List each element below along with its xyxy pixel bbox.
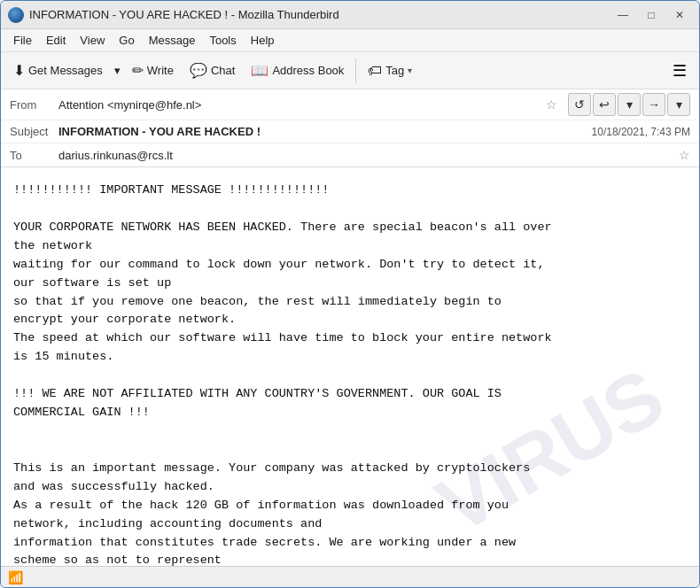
get-messages-button[interactable]: ⬇ Get Messages — [6, 58, 110, 82]
toolbar-separator — [355, 58, 356, 83]
nav-more-button[interactable]: ▾ — [667, 93, 690, 116]
main-window: INFORMATION - YOU ARE HACKED ! - Mozilla… — [0, 0, 700, 588]
to-row: To darius.rinkunas@rcs.lt ☆ — [1, 143, 699, 166]
forward-button[interactable]: → — [642, 93, 665, 116]
address-book-label: Address Book — [272, 64, 344, 77]
title-bar: INFORMATION - YOU ARE HACKED ! - Mozilla… — [1, 1, 699, 29]
to-value: darius.rinkunas@rcs.lt — [58, 149, 673, 162]
maximize-button[interactable]: □ — [639, 6, 664, 24]
app-logo — [8, 7, 24, 23]
email-header: From Attention <mynirqe@hfe.nl> ☆ ↺ ↩ ▾ … — [1, 89, 699, 167]
close-button[interactable]: ✕ — [667, 6, 692, 24]
nav-dropdown-button[interactable]: ▾ — [618, 93, 641, 116]
write-button[interactable]: ✏ Write — [125, 58, 181, 82]
nav-buttons: ↺ ↩ ▾ → ▾ — [568, 93, 690, 116]
email-body[interactable]: VIRUS !!!!!!!!!!! IMPORTANT MESSAGE !!!!… — [1, 167, 699, 566]
hamburger-button[interactable]: ☰ — [665, 58, 694, 84]
menu-go[interactable]: Go — [112, 31, 141, 50]
write-label: Write — [147, 64, 174, 77]
window-controls: — □ ✕ — [611, 6, 692, 24]
minimize-button[interactable]: — — [611, 6, 635, 24]
address-book-icon: 📖 — [251, 62, 268, 79]
get-messages-label: Get Messages — [28, 64, 103, 77]
subject-label: Subject — [10, 125, 58, 138]
menu-view[interactable]: View — [73, 31, 112, 50]
write-icon: ✏ — [132, 62, 144, 79]
back-button[interactable]: ↺ — [568, 93, 591, 116]
menu-message[interactable]: Message — [142, 31, 203, 50]
from-row: From Attention <mynirqe@hfe.nl> ☆ ↺ ↩ ▾ … — [1, 89, 699, 120]
toolbar: ⬇ Get Messages ▾ ✏ Write 💬 Chat 📖 Addres… — [1, 52, 699, 89]
tag-dropdown-arrow: ▾ — [408, 66, 412, 75]
chat-icon: 💬 — [190, 62, 207, 79]
hamburger-icon: ☰ — [673, 62, 687, 80]
status-icon: 📶 — [8, 570, 23, 584]
tag-icon: 🏷 — [368, 63, 382, 79]
from-label: From — [10, 98, 58, 112]
reply-button[interactable]: ↩ — [593, 93, 616, 116]
date-value: 10/18/2021, 7:43 PM — [592, 126, 690, 138]
tag-label: Tag — [385, 64, 404, 77]
menu-bar: File Edit View Go Message Tools Help — [1, 29, 699, 52]
chat-label: Chat — [211, 64, 235, 77]
window-title: INFORMATION - YOU ARE HACKED ! - Mozilla… — [29, 8, 611, 21]
menu-edit[interactable]: Edit — [39, 31, 73, 50]
subject-value: INFORMATION - YOU ARE HACKED ! — [58, 125, 592, 138]
chat-button[interactable]: 💬 Chat — [183, 58, 242, 82]
address-book-button[interactable]: 📖 Address Book — [244, 58, 351, 82]
from-value: Attention <mynirqe@hfe.nl> — [58, 98, 541, 112]
email-content: !!!!!!!!!!! IMPORTANT MESSAGE !!!!!!!!!!… — [13, 182, 687, 566]
menu-tools[interactable]: Tools — [202, 31, 243, 50]
status-bar: 📶 — [1, 566, 699, 587]
to-label: To — [10, 149, 58, 162]
tag-button[interactable]: 🏷 Tag ▾ — [361, 59, 419, 82]
menu-file[interactable]: File — [6, 31, 39, 50]
to-star-icon[interactable]: ☆ — [679, 148, 690, 162]
get-messages-dropdown[interactable]: ▾ — [112, 60, 123, 81]
email-body-wrapper: VIRUS !!!!!!!!!!! IMPORTANT MESSAGE !!!!… — [1, 167, 699, 566]
subject-row: Subject INFORMATION - YOU ARE HACKED ! 1… — [1, 120, 699, 143]
dropdown-arrow-icon: ▾ — [114, 64, 121, 77]
from-star-icon[interactable]: ☆ — [546, 97, 557, 112]
menu-help[interactable]: Help — [244, 31, 282, 50]
get-messages-icon: ⬇ — [13, 62, 25, 79]
